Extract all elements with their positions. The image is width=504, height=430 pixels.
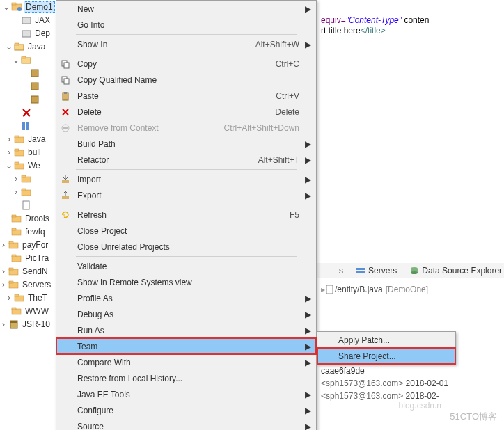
tree-item[interactable] <box>0 106 56 119</box>
tree-item[interactable]: ›JSR-10 <box>0 317 56 331</box>
tree-item[interactable]: ⌄Demo1 <box>0 0 56 13</box>
menu-item-close-unrelated-projects[interactable]: Close Unrelated Projects <box>56 239 316 255</box>
menu-item-copy[interactable]: CopyCtrl+C <box>56 56 316 72</box>
menu-item-label: Configure <box>74 406 299 415</box>
project-explorer[interactable]: ⌄Demo1JAXDep⌄Java⌄›Java›buil⌄We››Droolsf… <box>0 0 56 430</box>
tree-item-label: Demo1 <box>24 1 55 13</box>
expand-toggle[interactable]: › <box>6 293 13 303</box>
view-tab-s[interactable]: s <box>322 264 347 277</box>
tree-item[interactable] <box>0 119 56 132</box>
tree-item[interactable]: ›buil <box>0 145 56 159</box>
expand-toggle[interactable]: ⌄ <box>6 161 13 170</box>
tree-item[interactable]: ⌄ <box>0 53 56 66</box>
expand-toggle[interactable]: › <box>0 266 7 276</box>
expand-toggle[interactable]: › <box>13 187 19 197</box>
tree-item[interactable] <box>0 198 56 212</box>
menu-item-configure[interactable]: Configure▶ <box>56 402 316 418</box>
tree-item[interactable]: ⌄We <box>0 159 56 172</box>
menu-item-team[interactable]: Team▶ <box>56 338 316 354</box>
team-submenu[interactable]: Apply Patch...Share Project... <box>317 331 456 365</box>
code-editor[interactable]: equiv="Content-Type" conten rt title her… <box>317 0 504 257</box>
x-icon <box>21 107 32 118</box>
tree-item[interactable]: › <box>0 172 56 185</box>
view-tab-data-source-explorer[interactable]: Data Source Explorer <box>405 264 504 277</box>
tree-item[interactable]: ›payFor <box>0 238 56 251</box>
history-row[interactable]: caae6fa9de <box>321 366 500 379</box>
tree-item[interactable] <box>0 79 56 93</box>
tree-item[interactable] <box>0 66 56 79</box>
expand-toggle[interactable]: ⌄ <box>6 42 13 51</box>
menu-item-show-in[interactable]: Show InAlt+Shift+W▶ <box>56 36 316 52</box>
svg-rect-30 <box>9 241 13 244</box>
menu-item-delete[interactable]: DeleteDelete <box>56 104 316 120</box>
menu-item-java-ee-tools[interactable]: Java EE Tools▶ <box>56 386 316 402</box>
expand-toggle[interactable]: ⌄ <box>3 2 10 12</box>
expand-toggle[interactable]: › <box>0 319 7 329</box>
folder-icon <box>21 186 32 198</box>
svg-rect-28 <box>12 228 16 230</box>
expand-toggle[interactable]: › <box>6 148 13 157</box>
history-row[interactable]: <sph1573@163.com> 2018-02-01 <box>321 379 500 391</box>
tree-item[interactable]: › <box>0 185 56 198</box>
tree-item[interactable]: WWW <box>0 304 56 317</box>
commit-author: <sph1573@163.com> <box>321 391 403 401</box>
expand-toggle[interactable]: › <box>0 240 7 250</box>
tree-item-label: fewfq <box>24 227 47 237</box>
commit-hash: caae6fa9de <box>321 366 365 376</box>
menu-item-refactor[interactable]: RefactorAlt+Shift+T▶ <box>56 152 316 168</box>
expand-toggle[interactable]: › <box>0 280 7 289</box>
bottom-views-tabbar[interactable]: sServersData Source ExplorerS <box>317 263 504 278</box>
tree-item[interactable]: JAX <box>0 13 56 26</box>
menu-item-label: Paste <box>74 91 276 101</box>
menu-item-debug-as[interactable]: Debug As▶ <box>56 306 316 322</box>
expand-toggle[interactable]: ⌄ <box>13 55 19 65</box>
commit-date: 2018-02-01 <box>406 379 448 388</box>
expand-toggle[interactable]: › <box>13 174 19 184</box>
menu-item-new[interactable]: New▶ <box>56 1 316 17</box>
tree-item[interactable]: ›TheT <box>0 291 56 304</box>
svg-rect-36 <box>9 281 13 283</box>
tree-item[interactable]: Drools <box>0 212 56 225</box>
submenu-item-label: Apply Patch... <box>336 335 455 345</box>
tree-item[interactable]: ›SendN <box>0 264 56 278</box>
svg-rect-42 <box>10 321 17 323</box>
menu-item-build-path[interactable]: Build Path▶ <box>56 136 316 152</box>
svg-rect-6 <box>15 43 19 45</box>
menu-separator <box>76 169 297 170</box>
export-icon <box>56 191 74 200</box>
tree-item[interactable] <box>0 93 56 106</box>
menu-item-show-in-remote-systems-view[interactable]: Show in Remote Systems view <box>56 274 316 290</box>
menu-item-copy-qualified-name[interactable]: Copy Qualified Name <box>56 72 316 88</box>
folder-db-icon <box>11 253 22 264</box>
menu-item-source[interactable]: Source▶ <box>56 418 316 430</box>
tree-item[interactable]: ›Java <box>0 132 56 145</box>
view-tab-servers[interactable]: Servers <box>352 264 401 277</box>
menu-item-export[interactable]: Export▶ <box>56 187 316 203</box>
menu-item-import[interactable]: Import▶ <box>56 171 316 187</box>
tree-item[interactable]: fewfq <box>0 225 56 238</box>
editor-text: conten <box>402 15 429 25</box>
folder-icon <box>8 266 19 277</box>
menu-item-go-into[interactable]: Go Into <box>56 17 316 33</box>
menu-item-validate[interactable]: Validate <box>56 258 316 274</box>
svg-rect-10 <box>31 83 38 90</box>
menu-item-label: New <box>74 4 299 14</box>
tree-item-label: buil <box>26 148 42 157</box>
expand-toggle[interactable]: › <box>6 134 13 144</box>
tree-item[interactable]: ⌄Java <box>0 40 56 53</box>
menu-item-refresh[interactable]: RefreshF5 <box>56 207 316 223</box>
submenu-item-apply-patch[interactable]: Apply Patch... <box>317 332 455 348</box>
menu-item-profile-as[interactable]: Profile As▶ <box>56 290 316 306</box>
tree-item[interactable]: ›Servers <box>0 278 56 291</box>
menu-item-compare-with[interactable]: Compare With▶ <box>56 354 316 370</box>
submenu-item-share-project[interactable]: Share Project... <box>317 348 455 364</box>
menu-item-paste[interactable]: PasteCtrl+V <box>56 88 316 104</box>
tree-item[interactable]: PicTra <box>0 251 56 264</box>
context-menu[interactable]: New▶Go IntoShow InAlt+Shift+W▶CopyCtrl+C… <box>56 0 317 430</box>
menu-item-restore-from-local-history[interactable]: Restore from Local History... <box>56 370 316 386</box>
menu-item-close-project[interactable]: Close Project <box>56 223 316 239</box>
menu-item-label: Export <box>74 191 299 200</box>
menu-item-run-as[interactable]: Run As▶ <box>56 322 316 338</box>
tree-item[interactable]: Dep <box>0 26 56 40</box>
menu-item-label: Delete <box>74 107 275 117</box>
